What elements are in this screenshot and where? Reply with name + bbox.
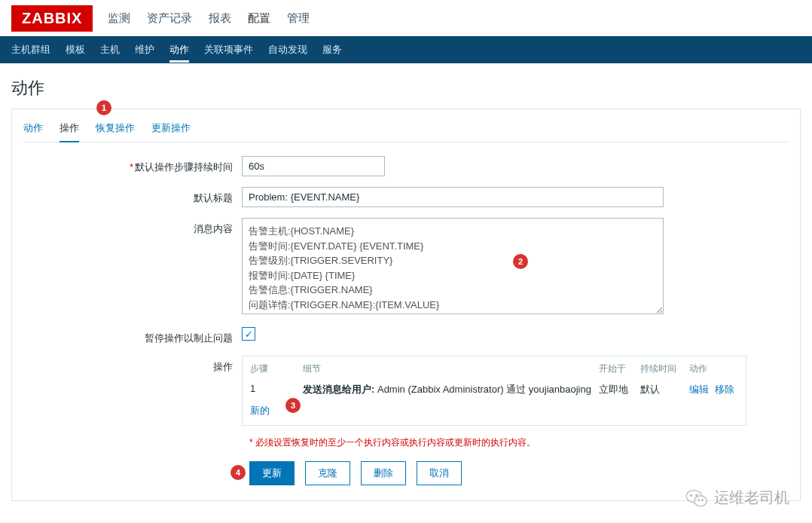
action-links: 编辑 移除 [689,383,738,396]
svg-point-1 [694,495,707,506]
subnav-hosts[interactable]: 主机 [100,37,120,63]
annotation-badge-2: 2 [513,254,528,269]
remove-link[interactable]: 移除 [715,384,734,395]
nav-monitor[interactable]: 监测 [108,7,130,30]
subnav-correlation[interactable]: 关联项事件 [204,37,253,63]
watermark: 运维老司机 [685,488,789,508]
new-operation-link[interactable]: 新的 [250,401,270,417]
title-input[interactable] [242,187,664,207]
duration-value: 默认 [640,383,689,396]
subnav-services[interactable]: 服务 [322,37,342,63]
nav-config[interactable]: 配置 [248,7,270,30]
message-label: 消息内容 [23,218,242,236]
col-action: 动作 [689,362,738,375]
tab-update[interactable]: 更新操作 [151,115,191,142]
tab-recovery[interactable]: 恢复操作 [96,115,135,142]
zabbix-logo[interactable]: ZABBIX [11,5,93,32]
subnav-maintenance[interactable]: 维护 [135,37,154,63]
duration-label: *默认操作步骤持续时间 [23,156,242,174]
duration-input[interactable] [242,156,385,176]
svg-point-3 [696,494,698,496]
wechat-icon [685,488,708,508]
watermark-text: 运维老司机 [714,488,789,508]
step-value: 1 [250,383,303,396]
delete-button[interactable]: 删除 [361,461,406,485]
nav-admin[interactable]: 管理 [287,7,310,30]
svg-point-2 [690,494,691,496]
annotation-badge-4: 4 [230,465,246,480]
tab-operation[interactable]: 操作 [60,115,79,142]
subnav-templates[interactable]: 模板 [66,37,85,63]
annotation-badge-1: 1 [96,100,111,115]
nav-reports[interactable]: 报表 [209,7,231,30]
top-nav: 监测 资产记录 报表 配置 管理 [108,7,310,30]
pause-checkbox[interactable]: ✓ [242,327,255,341]
operations-table: 步骤 细节 开始于 持续时间 动作 1 发送消息给用户: Admin (Zabb… [242,356,746,426]
tabs: 动作 操作 恢复操作 更新操作 1 [23,109,789,142]
cancel-button[interactable]: 取消 [417,461,462,485]
start-value: 立即地 [599,383,640,396]
annotation-badge-3: 3 [285,398,301,413]
message-textarea[interactable]: 告警主机:{HOST.NAME} 告警时间:{EVENT.DATE} {EVEN… [242,218,664,314]
subnav-actions[interactable]: 动作 [169,37,189,63]
ops-label: 操作 [23,356,242,374]
clone-button[interactable]: 克隆 [305,461,350,485]
col-start: 开始于 [599,362,640,375]
table-row: 1 发送消息给用户: Admin (Zabbix Administrator) … [250,378,738,401]
col-detail: 细节 [303,362,599,375]
tab-action[interactable]: 动作 [23,115,43,142]
subnav-discovery[interactable]: 自动发现 [268,37,307,63]
pause-label: 暂停操作以制止问题 [23,327,242,345]
subnav-hostgroups[interactable]: 主机群组 [11,37,50,63]
detail-value: 发送消息给用户: Admin (Zabbix Administrator) 通过… [303,383,599,396]
title-label: 默认标题 [23,187,242,205]
svg-point-4 [698,499,700,500]
update-button[interactable]: 更新 [249,461,295,485]
page-title: 动作 [11,77,801,99]
edit-link[interactable]: 编辑 [689,384,709,395]
col-duration: 持续时间 [640,362,689,375]
sub-nav: 主机群组 模板 主机 维护 动作 关联项事件 自动发现 服务 [0,36,812,63]
required-note: * 必须设置恢复时的至少一个执行内容或执行内容或更新时的执行内容。 [249,436,536,449]
nav-inventory[interactable]: 资产记录 [147,7,192,30]
col-step: 步骤 [250,362,303,375]
svg-point-5 [702,499,704,500]
